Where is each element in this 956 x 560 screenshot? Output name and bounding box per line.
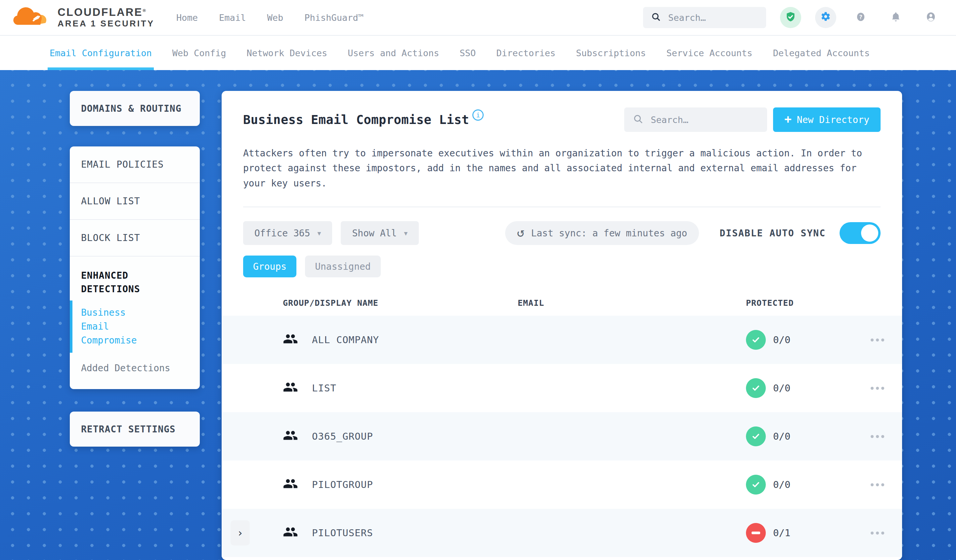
list-search[interactable]	[624, 107, 767, 132]
chevron-down-icon: ▼	[318, 230, 321, 237]
info-icon[interactable]: i	[472, 110, 484, 121]
sidebar-item-domains-routing[interactable]: DOMAINS & ROUTING	[70, 91, 200, 126]
help-icon: ?	[855, 11, 867, 24]
group-name: LIST	[312, 383, 336, 394]
title-actions: + New Directory	[624, 107, 881, 132]
sidebar-item-retract-settings[interactable]: RETRACT SETTINGS	[70, 412, 200, 447]
view-tab-unassigned[interactable]: Unassigned	[305, 256, 381, 278]
sidebar: DOMAINS & ROUTING EMAIL POLICIES ALLOW L…	[70, 91, 200, 447]
row-menu-button[interactable]	[866, 430, 889, 442]
header-nav: Home Email Web PhishGuard™	[176, 13, 363, 23]
directory-filter-dropdown[interactable]: Office 365 ▼	[243, 221, 332, 245]
sidebar-item-allow-list[interactable]: ALLOW LIST	[70, 183, 200, 220]
groups-table: GROUP/DISPLAY NAME EMAIL PROTECTED ALL C…	[222, 290, 902, 557]
divider	[243, 207, 881, 207]
protected-count: 0/0	[773, 431, 790, 442]
cloudflare-cloud-icon	[13, 6, 52, 30]
row-menu-button[interactable]	[866, 527, 889, 539]
protected-check-icon	[746, 378, 766, 398]
column-email: EMAIL	[518, 298, 746, 308]
help-button[interactable]: ?	[850, 7, 871, 28]
group-icon	[283, 428, 298, 445]
table-row[interactable]: PILOTGROUP 0/0	[222, 461, 902, 509]
disable-auto-sync-label: DISABLE AUTO SYNC	[720, 228, 825, 239]
page-description: Attackers often try to impersonate execu…	[243, 146, 881, 191]
tab-email-configuration[interactable]: Email Configuration	[50, 36, 152, 70]
account-button[interactable]	[920, 7, 942, 28]
protected-check-icon	[746, 427, 766, 446]
tab-network-devices[interactable]: Network Devices	[247, 36, 327, 70]
main-panel: Business Email Compromise List i + New D…	[222, 91, 902, 560]
table-row[interactable]: LIST 0/0	[222, 364, 902, 412]
gear-icon	[820, 11, 832, 24]
header-nav-home[interactable]: Home	[176, 13, 198, 23]
notifications-button[interactable]	[885, 7, 906, 28]
protected-count: 0/0	[773, 383, 790, 394]
protected-check-icon	[746, 330, 766, 350]
search-icon	[633, 114, 643, 125]
sidebar-item-block-list[interactable]: BLOCK LIST	[70, 220, 200, 257]
global-search[interactable]	[643, 7, 766, 28]
header-nav-phishguard[interactable]: PhishGuard™	[304, 13, 363, 23]
column-protected: PROTECTED	[746, 298, 852, 308]
table-row[interactable]: › PILOTUSERS 0/1	[222, 509, 902, 557]
tab-subscriptions[interactable]: Subscriptions	[576, 36, 646, 70]
shield-check-icon	[785, 11, 796, 24]
cloudflare-logo[interactable]: CLOUDFLARE® AREA 1 SECURITY	[13, 6, 154, 30]
group-name: ALL COMPANY	[312, 334, 379, 345]
bell-icon	[890, 11, 901, 24]
plus-icon: +	[784, 112, 792, 126]
show-filter-dropdown[interactable]: Show All ▼	[341, 221, 419, 245]
content-area: DOMAINS & ROUTING EMAIL POLICIES ALLOW L…	[0, 70, 956, 560]
filters-row: Office 365 ▼ Show All ▼ ↺ Last sync: a f…	[243, 221, 881, 245]
table-row[interactable]: O365_GROUP 0/0	[222, 412, 902, 461]
group-icon	[283, 380, 298, 397]
row-menu-button[interactable]	[866, 479, 889, 491]
brand-name: CLOUDFLARE®	[58, 6, 154, 18]
row-expand-button[interactable]: ›	[231, 520, 250, 546]
chevron-right-icon: ›	[237, 527, 243, 539]
list-search-input[interactable]	[650, 115, 758, 125]
header-nav-email[interactable]: Email	[219, 13, 246, 23]
auto-sync-toggle[interactable]	[840, 222, 881, 244]
row-menu-button[interactable]	[866, 334, 889, 346]
group-icon	[283, 524, 298, 542]
protected-count: 0/0	[773, 479, 790, 490]
column-group-display-name: GROUP/DISPLAY NAME	[283, 298, 518, 308]
tab-web-config[interactable]: Web Config	[172, 36, 226, 70]
last-sync-label: Last sync: a few minutes ago	[531, 228, 687, 239]
sidebar-item-business-email-compromise[interactable]: Business Email Compromise	[70, 301, 169, 353]
table-row[interactable]: ALL COMPANY 0/0	[222, 316, 902, 364]
protected-count: 0/0	[773, 334, 790, 345]
sidebar-item-enhanced-detections[interactable]: ENHANCED DETECTIONS	[70, 257, 169, 301]
tab-directories[interactable]: Directories	[496, 36, 555, 70]
header-nav-web[interactable]: Web	[267, 13, 283, 23]
tab-delegated-accounts[interactable]: Delegated Accounts	[773, 36, 870, 70]
user-icon	[925, 11, 937, 25]
page-title: Business Email Compromise List	[243, 113, 469, 127]
sidebar-item-added-detections[interactable]: Added Detections	[70, 353, 200, 381]
tab-users-and-actions[interactable]: Users and Actions	[347, 36, 439, 70]
new-directory-button[interactable]: + New Directory	[773, 107, 881, 132]
sidebar-item-email-policies[interactable]: EMAIL POLICIES	[70, 146, 200, 183]
group-icon	[283, 331, 298, 349]
settings-button[interactable]	[815, 7, 836, 28]
svg-text:?: ?	[859, 14, 863, 20]
app-header: CLOUDFLARE® AREA 1 SECURITY Home Email W…	[0, 0, 956, 36]
last-sync-button[interactable]: ↺ Last sync: a few minutes ago	[505, 221, 699, 245]
search-icon	[651, 12, 661, 23]
table-header: GROUP/DISPLAY NAME EMAIL PROTECTED	[222, 290, 902, 316]
not-protected-minus-icon	[746, 523, 766, 543]
view-tabs: Groups Unassigned	[243, 256, 881, 278]
group-name: O365_GROUP	[312, 431, 373, 442]
registered-mark: ®	[143, 8, 146, 13]
row-menu-button[interactable]	[866, 382, 889, 394]
tab-sso[interactable]: SSO	[460, 36, 476, 70]
group-icon	[283, 476, 298, 494]
view-tab-groups[interactable]: Groups	[243, 256, 296, 278]
toggle-knob	[861, 224, 878, 242]
chevron-down-icon: ▼	[404, 230, 407, 237]
security-status-button[interactable]	[780, 7, 801, 28]
global-search-input[interactable]	[668, 12, 758, 23]
tab-service-accounts[interactable]: Service Accounts	[667, 36, 753, 70]
